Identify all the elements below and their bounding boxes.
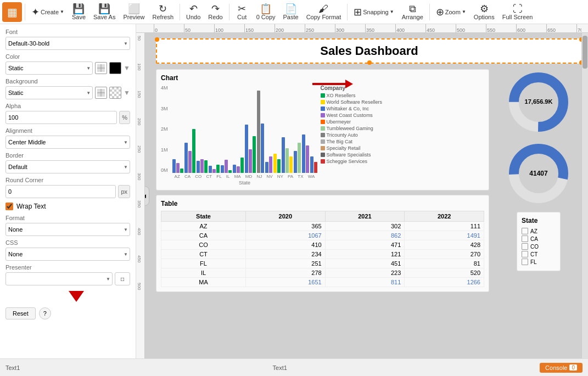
bar-ma-2021 <box>249 149 252 173</box>
color-arrow[interactable]: ▼ <box>124 64 130 72</box>
paste-button[interactable]: 📄 Paste <box>280 1 302 23</box>
table-row: CO 410 471 428 <box>161 240 484 250</box>
color-type-select[interactable]: Static <box>5 61 93 75</box>
down-arrow-icon <box>69 291 84 302</box>
round-corner-unit: px <box>118 185 130 198</box>
status-bar: Text1 Text1 Console 0 <box>0 358 588 376</box>
panel-collapse-button[interactable]: ◀ <box>145 186 149 206</box>
bar-group-pa <box>294 143 301 173</box>
create-icon: ✦ <box>31 7 40 17</box>
state-checkbox-co[interactable] <box>522 243 528 250</box>
fullscreen-button[interactable]: ⛶ Full Screen <box>499 1 536 23</box>
td-co-2021: 471 <box>325 240 405 250</box>
redo-button[interactable]: ↷ Redo <box>205 1 226 23</box>
save-as-button[interactable]: 💾 Save As <box>90 1 119 23</box>
font-select[interactable]: Default-30-bold <box>5 37 130 50</box>
console-button[interactable]: Console 0 <box>540 363 583 373</box>
bg-swatch[interactable] <box>109 87 121 99</box>
background-type-select[interactable]: Static <box>5 86 93 99</box>
app-logo[interactable]: ▦ <box>2 2 22 22</box>
x-nj: NJ <box>256 174 262 179</box>
reset-button[interactable]: Reset <box>5 307 36 319</box>
handle-bc <box>367 60 372 65</box>
legend-tricounty: Tricounty Auto <box>321 132 382 138</box>
y-0m: 0M <box>161 167 168 173</box>
bar-pa-2 <box>298 143 301 173</box>
copy-format-button[interactable]: 🖌 Copy Format <box>303 1 345 23</box>
arrange-button[interactable]: ⧉ Arrange <box>399 1 427 23</box>
legend-uber-label: Ubermeyer <box>327 119 351 125</box>
scrollbar-thumb[interactable] <box>583 36 587 69</box>
snapping-button[interactable]: ⊞ Snapping ▼ <box>350 1 397 23</box>
content-grid: Chart 4M 3M 2M 1M 0M <box>156 69 583 292</box>
save-button[interactable]: 💾 Save <box>69 1 89 23</box>
bg-arrow[interactable]: ▼ <box>124 89 130 97</box>
x-tx: TX <box>298 174 303 179</box>
presenter-label: Presenter <box>5 264 130 271</box>
color-pattern-btn[interactable] <box>95 62 107 74</box>
console-badge: 0 <box>569 364 577 371</box>
css-wrapper: None <box>5 248 130 261</box>
fullscreen-label: Full Screen <box>502 14 533 20</box>
legend-software: Software Specialists <box>321 152 382 158</box>
wrap-text-checkbox[interactable] <box>5 203 13 210</box>
alignment-select[interactable]: Center Middle <box>5 136 130 149</box>
td-ca-2020: 1067 <box>246 231 326 240</box>
chart-legend: Company XO Resellers World Software Rese… <box>321 85 382 186</box>
bar-group-ny <box>282 137 293 173</box>
color-swatch[interactable] <box>109 62 121 74</box>
alpha-input[interactable] <box>5 111 117 124</box>
legend-software-dot <box>321 153 325 157</box>
ruler-left-500: 500 <box>137 283 142 290</box>
options-button[interactable]: ⚙ Options <box>471 1 498 23</box>
presenter-extra-btn[interactable]: □ <box>115 272 130 285</box>
td-ct-state: CT <box>161 250 246 259</box>
td-ca-state: CA <box>161 231 246 240</box>
bar-il-2022 <box>240 158 244 173</box>
help-button[interactable]: ? <box>39 307 51 319</box>
state-checkbox-ct[interactable] <box>522 251 528 257</box>
bar-md-2 <box>261 124 264 173</box>
zoom-button[interactable]: ⊕ Zoom ▼ <box>433 1 469 23</box>
legend-bigcat-label: The Big Cat <box>327 139 353 144</box>
bar-tx-2 <box>306 145 309 173</box>
bar-ny-2 <box>285 148 289 173</box>
state-checkbox-az[interactable] <box>522 228 528 234</box>
x-axis: AZ CA CO CT FL IL MA MD <box>172 174 317 179</box>
chart-area: 4M 3M 2M 1M 0M <box>161 85 484 186</box>
create-button[interactable]: ✦ Create ▼ <box>28 1 68 23</box>
alpha-unit: % <box>119 111 130 124</box>
legend-specialty-label: Specialty Retail <box>327 145 361 151</box>
state-filter-title: State <box>522 217 556 225</box>
ruler-mark-600: 600 <box>516 24 525 33</box>
bar-nv-2 <box>277 159 281 173</box>
right-scrollbar[interactable] <box>581 33 588 358</box>
bar-co-2022 <box>204 160 208 173</box>
legend-uber: Ubermeyer <box>321 119 382 125</box>
css-select[interactable]: None <box>5 248 130 261</box>
bar-group-co <box>197 159 208 173</box>
dashboard-title-box[interactable]: Sales Dashboard <box>156 38 583 64</box>
state-checkbox-fl[interactable] <box>522 259 528 265</box>
td-co-state: CO <box>161 240 246 250</box>
td-fl-2022: 81 <box>405 259 484 268</box>
state-checkbox-ca[interactable] <box>522 235 528 242</box>
format-arrow-annotation <box>5 291 130 302</box>
preview-icon: ⬜ <box>128 4 140 14</box>
ruler-left: 50 100 150 200 250 300 350 400 450 500 <box>136 33 145 358</box>
undo-button[interactable]: ↶ Undo <box>183 1 204 23</box>
presenter-select[interactable] <box>5 272 113 285</box>
bar-group-nv <box>273 154 281 173</box>
bg-pattern-btn[interactable] <box>95 87 107 99</box>
main-area: Font Default-30-bold Color Static <box>0 24 588 358</box>
border-select[interactable]: Default <box>5 160 130 173</box>
copy-button[interactable]: 📋 0 Copy <box>253 1 279 23</box>
preview-button[interactable]: ⬜ Preview <box>120 1 148 23</box>
y-3m: 3M <box>161 106 168 111</box>
format-select[interactable]: None <box>5 223 130 236</box>
cut-button[interactable]: ✂ Cut <box>232 1 252 23</box>
state-label-az: AZ <box>530 228 537 234</box>
round-corner-input[interactable] <box>5 185 116 198</box>
bar-ca-2021 <box>188 151 192 173</box>
refresh-button[interactable]: ↻ Refresh <box>149 1 177 23</box>
